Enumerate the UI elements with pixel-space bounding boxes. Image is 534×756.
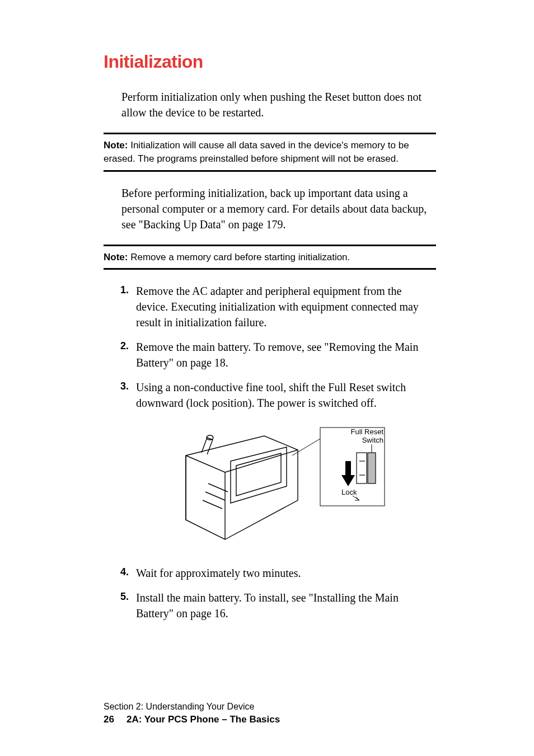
svg-rect-7 — [368, 453, 376, 483]
callout-switch: Switch — [362, 436, 383, 444]
backup-paragraph: Before performing initialization, back u… — [121, 185, 436, 232]
step-number: 5. — [120, 590, 129, 604]
step-1: 1. Remove the AC adapter and peripheral … — [120, 283, 436, 330]
label-lock: Lock — [341, 488, 357, 496]
svg-line-1 — [205, 492, 225, 500]
callout-full-reset: Full Reset — [350, 428, 383, 436]
note-label: Note: — [104, 252, 128, 262]
page-number: 26 — [104, 714, 114, 725]
note-text: Remove a memory card before starting ini… — [128, 252, 350, 262]
svg-line-0 — [203, 500, 222, 509]
footer-chapter: 2A: Your PCS Phone – The Basics — [127, 714, 280, 725]
page: Initialization Perform initialization on… — [0, 0, 534, 756]
svg-line-4 — [292, 439, 320, 456]
svg-rect-6 — [357, 453, 367, 483]
step-number: 3. — [120, 379, 129, 393]
step-2: 2. Remove the main battery. To remove, s… — [120, 339, 436, 370]
step-text: Using a non-conductive fine tool, shift … — [136, 381, 406, 409]
device-figure: Full Reset Switch Lock — [152, 422, 387, 551]
step-text: Remove the main battery. To remove, see … — [136, 341, 418, 369]
step-text: Install the main battery. To install, se… — [136, 591, 399, 619]
step-number: 1. — [120, 283, 129, 297]
step-number: 4. — [120, 565, 129, 579]
note-text: Initialization will cause all data saved… — [104, 140, 409, 164]
note-block-2: Note: Remove a memory card before starti… — [104, 245, 436, 270]
intro-paragraph: Perform initialization only when pushing… — [121, 89, 436, 120]
step-list-continued: 4. Wait for approximately two minutes. 5… — [120, 565, 436, 621]
section-title: Initialization — [104, 51, 436, 72]
step-list: 1. Remove the AC adapter and peripheral … — [120, 283, 436, 411]
note-block-1: Note: Initialization will cause all data… — [104, 133, 436, 172]
step-number: 2. — [120, 339, 129, 353]
step-text: Wait for approximately two minutes. — [136, 567, 301, 579]
footer-section-label: Section 2: Understanding Your Device — [104, 702, 280, 712]
page-footer: Section 2: Understanding Your Device 262… — [104, 702, 280, 725]
step-3: 3. Using a non-conductive fine tool, shi… — [120, 379, 436, 411]
step-4: 4. Wait for approximately two minutes. — [120, 565, 436, 581]
step-5: 5. Install the main battery. To install,… — [120, 590, 436, 621]
step-text: Remove the AC adapter and peripheral equ… — [136, 285, 419, 328]
note-label: Note: — [104, 140, 128, 151]
